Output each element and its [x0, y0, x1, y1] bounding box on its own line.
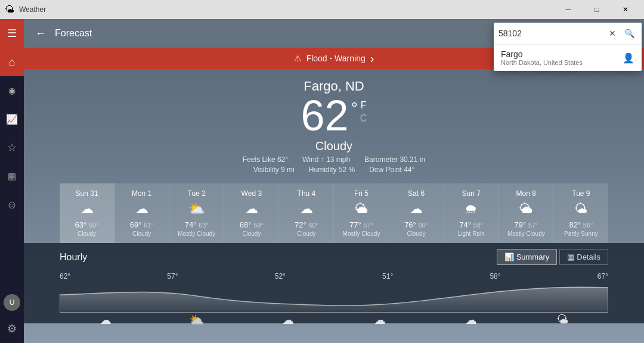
visibility: Visibility 9 mi: [253, 166, 295, 174]
tab-details[interactable]: ▦ Details: [559, 249, 608, 265]
forecast-day-7[interactable]: Sun 7 🌧 74° 58° Light Rain: [444, 183, 499, 243]
forecast-day-8[interactable]: Mon 8 🌥 79° 57° Mostly Cloudy: [499, 183, 554, 243]
forecast-day-name: Sat 6: [394, 189, 439, 198]
unit-toggle[interactable]: F C: [360, 99, 367, 126]
forecast-temps: 77° 57°: [339, 220, 383, 229]
maximize-button[interactable]: □: [583, 0, 611, 19]
forecast-day-1[interactable]: Mon 1 ☁ 69° 61° Cloudy: [114, 183, 169, 243]
forecast-high: 82°: [569, 220, 581, 229]
close-button[interactable]: ✕: [612, 0, 639, 19]
sidebar-item-settings[interactable]: ⚙: [0, 314, 24, 343]
forecast-day-3[interactable]: Wed 3 ☁ 68° 59° Cloudy: [224, 183, 279, 243]
forecast-temps: 72° 60°: [284, 220, 329, 229]
hourly-icon-4: ☁: [425, 313, 516, 327]
forecast-day-name: Mon 8: [504, 189, 549, 198]
forecast-day-4[interactable]: Thu 4 ☁ 72° 60° Cloudy: [279, 183, 334, 243]
weather-content: ⚠ Flood - Warning › Fargo, ND 62 ° F C C…: [24, 48, 644, 343]
hourly-icon-2: ☁: [243, 313, 334, 327]
warning-chevron: ›: [370, 52, 374, 66]
temp-label-4: 58°: [490, 272, 500, 280]
hourly-tabs: 📊 Summary ▦ Details: [497, 249, 608, 265]
forecast-low: 60°: [418, 222, 428, 229]
hourly-icon-0: ☁: [60, 313, 151, 327]
temp-label-3: 51°: [382, 272, 393, 280]
app-container: ☰ ⌂ ◉ 📈 ☆ ▦ ☺ U ⚙ ← Forecast ☆ ⊕ ••• ✕ 🔍: [0, 19, 644, 343]
weather-condition: Cloudy: [24, 139, 644, 153]
hourly-header: Hourly 📊 Summary ▦ Details: [24, 243, 644, 270]
forecast-low: 50°: [89, 222, 99, 229]
summary-label: Summary: [516, 252, 550, 261]
sidebar-item-home[interactable]: ⌂: [0, 48, 24, 76]
forecast-temps: 79° 57°: [504, 220, 549, 229]
dew-point: Dew Point 44°: [369, 166, 414, 174]
warning-icon: ⚠: [294, 54, 302, 63]
minimize-button[interactable]: ─: [555, 0, 582, 19]
toolbar-title: Forecast: [55, 28, 563, 39]
forecast-temps: 63° 50°: [64, 220, 109, 229]
temperature-row: 62 ° F C: [24, 94, 644, 137]
forecast-day-2[interactable]: Tue 2 ⛅ 74° 63° Mostly Cloudy: [169, 183, 224, 243]
forecast-temps: 82° 56°: [559, 220, 603, 229]
temp-label-0: 62°: [60, 272, 70, 280]
search-result-subtitle: North Dakota, United States: [501, 59, 583, 66]
details-icon: ▦: [567, 252, 574, 261]
weather-details: Feels Like 62° Wind ↑ 13 mph Barometer 3…: [24, 155, 644, 174]
sidebar-item-hamburger[interactable]: ☰: [0, 19, 24, 48]
feels-like: Feels Like 62°: [243, 155, 288, 164]
forecast-temps: 74° 58°: [449, 220, 494, 229]
forecast-temps: 76° 60°: [394, 220, 439, 229]
forecast-day-0[interactable]: Sun 31 ☁ 63° 50° Cloudy: [60, 183, 114, 243]
title-bar: 🌤 Weather ─ □ ✕: [0, 0, 644, 19]
search-input-row: ✕ 🔍: [494, 23, 642, 44]
temp-label-2: 52°: [275, 272, 286, 280]
forecast-icon: ☁: [119, 201, 164, 217]
forecast-high: 72°: [295, 220, 306, 229]
forecast-day-name: Fri 5: [339, 189, 383, 198]
forecast-high: 74°: [459, 220, 471, 229]
search-submit-button[interactable]: 🔍: [623, 25, 637, 42]
forecast-high: 77°: [349, 220, 361, 229]
forecast-icon: 🌧: [449, 201, 494, 217]
hourly-icon-5: 🌤: [517, 313, 608, 327]
forecast-temps: 74° 63°: [174, 220, 219, 229]
temperature-value: 62: [301, 94, 349, 137]
unit-celsius[interactable]: C: [360, 112, 367, 125]
forecast-low: 59°: [253, 222, 264, 229]
main-content: ← Forecast ☆ ⊕ ••• ✕ 🔍 Fargo North Dakot…: [24, 19, 644, 343]
avatar[interactable]: U: [4, 294, 20, 311]
app-icon: 🌤: [5, 4, 14, 15]
search-clear-button[interactable]: ✕: [605, 25, 620, 42]
sidebar-item-news[interactable]: ◉: [0, 76, 24, 105]
forecast-low: 63°: [199, 222, 209, 229]
hourly-icon-1: ⛅: [151, 313, 242, 327]
sidebar-item-favorites[interactable]: ☆: [0, 133, 24, 162]
sidebar-item-calendar[interactable]: ▦: [0, 162, 24, 191]
unit-fahrenheit[interactable]: F: [360, 99, 367, 112]
forecast-day-name: Sun 7: [449, 189, 494, 198]
forecast-day-5[interactable]: Fri 5 🌥 77° 57° Mostly Cloudy: [334, 183, 389, 243]
hourly-chart: 62°57°52°51°58°67° ☁⛅☁☁☁🌤: [24, 270, 644, 323]
hourly-section: Hourly 📊 Summary ▦ Details 62°57°52°51°5…: [24, 243, 644, 323]
tab-summary[interactable]: 📊 Summary: [497, 249, 558, 265]
search-result-item[interactable]: Fargo North Dakota, United States 👤: [494, 44, 642, 71]
forecast-day-6[interactable]: Sat 6 ☁ 76° 60° Cloudy: [389, 183, 444, 243]
forecast-icon: ☁: [229, 201, 274, 217]
back-button[interactable]: ←: [31, 24, 50, 43]
forecast-condition: Cloudy: [394, 230, 439, 237]
forecast-day-name: Tue 2: [174, 189, 219, 198]
search-result-person-icon: 👤: [623, 52, 634, 64]
sidebar-item-charts[interactable]: 📈: [0, 105, 24, 133]
forecast-condition: Cloudy: [64, 230, 109, 237]
forecast-day-name: Mon 1: [119, 189, 164, 198]
temp-label-1: 57°: [167, 272, 178, 280]
forecast-day-name: Thu 4: [284, 189, 329, 198]
forecast-day-9[interactable]: Tue 9 🌤 82° 56° Partly Sunny: [554, 183, 608, 243]
forecast-condition: Partly Sunny: [559, 230, 603, 237]
search-input[interactable]: [499, 29, 603, 38]
forecast-low: 56°: [583, 222, 593, 229]
sidebar: ☰ ⌂ ◉ 📈 ☆ ▦ ☺ U ⚙: [0, 19, 24, 343]
forecast-high: 63°: [75, 220, 87, 229]
forecast-day-name: Wed 3: [229, 189, 274, 198]
forecast-icon: ☁: [394, 201, 439, 217]
sidebar-item-emoji[interactable]: ☺: [0, 191, 24, 219]
